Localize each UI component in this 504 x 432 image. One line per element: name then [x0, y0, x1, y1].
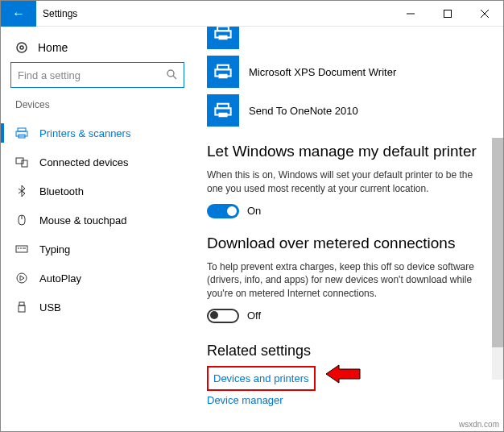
close-button[interactable] [466, 1, 503, 27]
svg-rect-27 [219, 74, 228, 79]
arrow-left-icon: ← [12, 6, 25, 21]
sidebar-item-connected[interactable]: Connected devices [10, 147, 194, 177]
maximize-icon [444, 10, 452, 18]
sidebar-item-label: Mouse & touchpad [39, 214, 126, 226]
mouse-icon [15, 214, 28, 226]
printer-item[interactable]: Send To OneNote 2010 [207, 94, 487, 127]
toggle-switch-on [207, 204, 239, 218]
sidebar-item-label: Bluetooth [39, 185, 84, 197]
search-placeholder: Find a setting [18, 69, 81, 81]
printer-label: Send To OneNote 2010 [249, 105, 358, 117]
related-heading: Related settings [207, 343, 487, 359]
default-printer-desc: When this is on, Windows will set your d… [207, 168, 487, 196]
autoplay-icon [15, 272, 28, 285]
sidebar-item-autoplay[interactable]: AutoPlay [10, 264, 194, 293]
back-button[interactable]: ← [1, 1, 36, 27]
metered-desc: To help prevent extra charges, keep this… [207, 260, 487, 301]
printer-icon [15, 127, 28, 139]
sidebar-item-usb[interactable]: USB [10, 293, 194, 322]
sidebar-item-label: Typing [39, 243, 70, 255]
printer-item[interactable] [207, 27, 487, 49]
svg-point-6 [167, 70, 174, 77]
devices-icon [15, 156, 28, 168]
svg-point-4 [17, 43, 27, 52]
default-printer-toggle[interactable]: On [207, 204, 487, 218]
sidebar-item-printers[interactable]: Printers & scanners [10, 118, 194, 147]
sidebar-item-label: Connected devices [39, 156, 129, 168]
maximize-button[interactable] [429, 1, 466, 27]
bluetooth-icon [15, 185, 28, 197]
main-panel: Microsoft XPS Document Writer Send To On… [194, 27, 503, 431]
metered-heading: Download over metered connections [207, 235, 487, 252]
sidebar-item-label: AutoPlay [39, 272, 81, 285]
svg-rect-24 [219, 35, 228, 40]
minimize-icon [407, 10, 415, 18]
search-input[interactable]: Find a setting [10, 62, 184, 88]
printer-label: Microsoft XPS Document Writer [249, 66, 396, 78]
svg-rect-8 [18, 128, 26, 131]
device-manager-link[interactable]: Device manager [207, 394, 283, 406]
watermark: wsxdn.com [459, 420, 499, 429]
printer-device-icon [207, 94, 239, 127]
toggle-switch-off [207, 309, 239, 323]
default-printer-heading: Let Windows manage my default printer [207, 143, 487, 160]
window-controls [392, 1, 503, 27]
sidebar-item-bluetooth[interactable]: Bluetooth [10, 177, 194, 206]
svg-point-19 [17, 273, 27, 283]
keyboard-icon [15, 243, 28, 255]
sidebar-item-label: Printers & scanners [39, 127, 130, 139]
metered-toggle[interactable]: Off [207, 309, 487, 323]
printer-device-icon [207, 27, 239, 49]
devices-printers-link[interactable]: Devices and printers [213, 372, 309, 384]
highlight-box: Devices and printers [207, 366, 316, 391]
usb-icon [15, 301, 28, 314]
sidebar-item-label: USB [39, 301, 61, 314]
sidebar-item-mouse[interactable]: Mouse & touchpad [10, 206, 194, 235]
scrollbar-track[interactable] [492, 138, 503, 380]
search-icon [166, 69, 177, 82]
close-icon [481, 10, 489, 18]
annotation-arrow-icon [326, 363, 361, 388]
scrollbar-thumb[interactable] [492, 138, 503, 347]
printer-item[interactable]: Microsoft XPS Document Writer [207, 56, 487, 88]
printer-device-icon [207, 56, 239, 88]
svg-rect-15 [16, 246, 27, 252]
svg-line-7 [173, 76, 176, 79]
sidebar-item-typing[interactable]: Typing [10, 235, 194, 264]
home-link[interactable]: Home [10, 36, 194, 62]
svg-point-5 [20, 46, 23, 49]
svg-rect-9 [16, 131, 27, 136]
svg-rect-1 [444, 10, 452, 17]
sidebar: Home Find a setting Devices Printers & s… [1, 27, 194, 431]
minimize-button[interactable] [392, 1, 429, 27]
svg-marker-31 [326, 365, 360, 383]
home-label: Home [38, 41, 68, 54]
svg-rect-30 [219, 113, 228, 118]
svg-rect-20 [19, 302, 24, 305]
window-title: Settings [43, 8, 77, 19]
toggle-state-label: On [247, 205, 261, 217]
toggle-state-label: Off [247, 309, 261, 322]
gear-icon [15, 41, 28, 54]
sidebar-section-label: Devices [15, 99, 194, 110]
titlebar: ← Settings [1, 1, 503, 27]
svg-rect-21 [19, 305, 25, 312]
